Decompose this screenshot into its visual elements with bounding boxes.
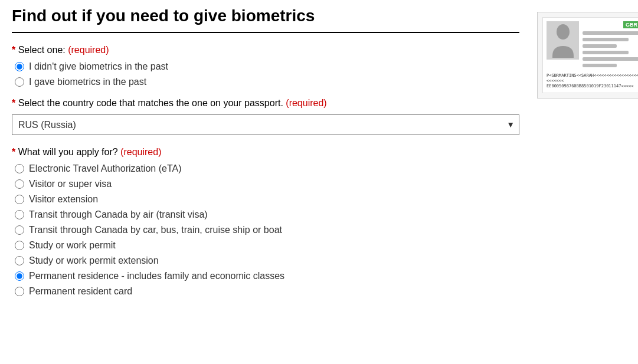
country-label-text: Select the country code that matches the… bbox=[18, 98, 283, 108]
country-select[interactable]: RUS (Russia) USA (United States) GBR (Un… bbox=[12, 114, 519, 135]
apply-label-text: What will you apply for? bbox=[18, 147, 118, 157]
opt-transit-land-label: Transit through Canada by car, bus, trai… bbox=[29, 225, 282, 235]
opt-perm-card-radio[interactable] bbox=[15, 287, 24, 296]
country-asterisk: * bbox=[12, 98, 15, 108]
opt-perm-res-radio[interactable] bbox=[15, 271, 24, 281]
opt-visitor-visa-label: Visitor or super visa bbox=[29, 179, 112, 189]
opt-visitor-visa-radio[interactable] bbox=[15, 179, 24, 189]
opt-visitor-ext-label: Visitor extension bbox=[29, 194, 98, 205]
svg-point-0 bbox=[557, 24, 570, 40]
apply-section: * What will you apply for? (required) El… bbox=[12, 147, 519, 297]
opt-visitor-ext-radio[interactable] bbox=[15, 195, 24, 204]
sidebar: GBR P<GBRMARTINS<<SARAH<<<<<<<<<<<<<<<<<… bbox=[531, 0, 638, 309]
bio-yes-radio[interactable] bbox=[15, 77, 24, 87]
opt-perm-card-option[interactable]: Permanent resident card bbox=[15, 286, 519, 297]
biometrics-label: * Select one: (required) bbox=[12, 45, 519, 55]
apply-radio-group: Electronic Travel Authorization (eTA) Vi… bbox=[15, 163, 519, 297]
passport-country-badge: GBR bbox=[623, 21, 638, 28]
apply-required: (required) bbox=[120, 147, 161, 157]
country-label: * Select the country code that matches t… bbox=[12, 98, 519, 109]
apply-label: * What will you apply for? (required) bbox=[12, 147, 519, 158]
opt-study-work-ext-radio[interactable] bbox=[15, 256, 24, 265]
passport-mrz: P<GBRMARTINS<<SARAH<<<<<<<<<<<<<<<<<<<<<… bbox=[547, 73, 638, 89]
bio-no-label: I didn't give biometrics in the past bbox=[29, 61, 168, 72]
opt-visitor-ext-option[interactable]: Visitor extension bbox=[15, 194, 519, 205]
country-select-container: RUS (Russia) USA (United States) GBR (Un… bbox=[12, 114, 519, 135]
biometrics-required: (required) bbox=[68, 45, 109, 55]
apply-asterisk: * bbox=[12, 147, 15, 157]
passport-mrz-line2: EE0005098760BB8501019F23011147<<<<< bbox=[547, 84, 638, 89]
country-section: * Select the country code that matches t… bbox=[12, 98, 519, 135]
biometrics-label-text: Select one: bbox=[18, 45, 66, 55]
passport-card: GBR P<GBRMARTINS<<SARAH<<<<<<<<<<<<<<<<<… bbox=[537, 12, 638, 99]
opt-study-work-radio[interactable] bbox=[15, 241, 24, 250]
opt-perm-res-label: Permanent residence - includes family an… bbox=[29, 271, 284, 281]
biometrics-radio-group: I didn't give biometrics in the past I g… bbox=[15, 61, 519, 87]
passport-top: GBR bbox=[547, 21, 638, 68]
opt-transit-land-option[interactable]: Transit through Canada by car, bus, trai… bbox=[15, 225, 519, 235]
passport-field-line-4 bbox=[583, 51, 629, 54]
country-required: (required) bbox=[286, 98, 326, 108]
passport-field-line-2 bbox=[583, 38, 629, 41]
opt-eta-radio[interactable] bbox=[15, 164, 24, 173]
opt-eta-option[interactable]: Electronic Travel Authorization (eTA) bbox=[15, 163, 519, 174]
page-title: Find out if you need to give biometrics bbox=[12, 6, 519, 33]
opt-visitor-visa-option[interactable]: Visitor or super visa bbox=[15, 179, 519, 189]
person-silhouette-icon bbox=[551, 24, 575, 58]
bio-no-option[interactable]: I didn't give biometrics in the past bbox=[15, 61, 519, 72]
opt-transit-air-radio[interactable] bbox=[15, 210, 24, 219]
opt-transit-air-label: Transit through Canada by air (transit v… bbox=[29, 209, 208, 220]
biometrics-asterisk: * bbox=[12, 45, 15, 55]
opt-study-work-ext-label: Study or work permit extension bbox=[29, 255, 159, 266]
bio-no-radio[interactable] bbox=[15, 62, 24, 71]
passport-field-line-5 bbox=[583, 57, 638, 61]
biometrics-section: * Select one: (required) I didn't give b… bbox=[12, 45, 519, 87]
opt-perm-res-option[interactable]: Permanent residence - includes family an… bbox=[15, 271, 519, 281]
opt-eta-label: Electronic Travel Authorization (eTA) bbox=[29, 163, 181, 174]
passport-field-line-3 bbox=[583, 44, 617, 48]
bio-yes-label: I gave biometrics in the past bbox=[29, 77, 146, 87]
passport-mrz-line1: P<GBRMARTINS<<SARAH<<<<<<<<<<<<<<<<<<<<<… bbox=[547, 73, 638, 84]
opt-transit-land-radio[interactable] bbox=[15, 225, 24, 235]
passport-field-line-1 bbox=[583, 31, 638, 35]
passport-inner: GBR P<GBRMARTINS<<SARAH<<<<<<<<<<<<<<<<<… bbox=[542, 17, 638, 93]
opt-perm-card-label: Permanent resident card bbox=[29, 286, 132, 297]
opt-study-work-option[interactable]: Study or work permit bbox=[15, 240, 519, 251]
passport-fields: GBR bbox=[583, 21, 638, 68]
opt-study-work-label: Study or work permit bbox=[29, 240, 116, 251]
opt-study-work-ext-option[interactable]: Study or work permit extension bbox=[15, 255, 519, 266]
opt-transit-air-option[interactable]: Transit through Canada by air (transit v… bbox=[15, 209, 519, 220]
passport-field-line-6 bbox=[583, 64, 617, 67]
bio-yes-option[interactable]: I gave biometrics in the past bbox=[15, 77, 519, 87]
passport-photo bbox=[547, 21, 579, 60]
